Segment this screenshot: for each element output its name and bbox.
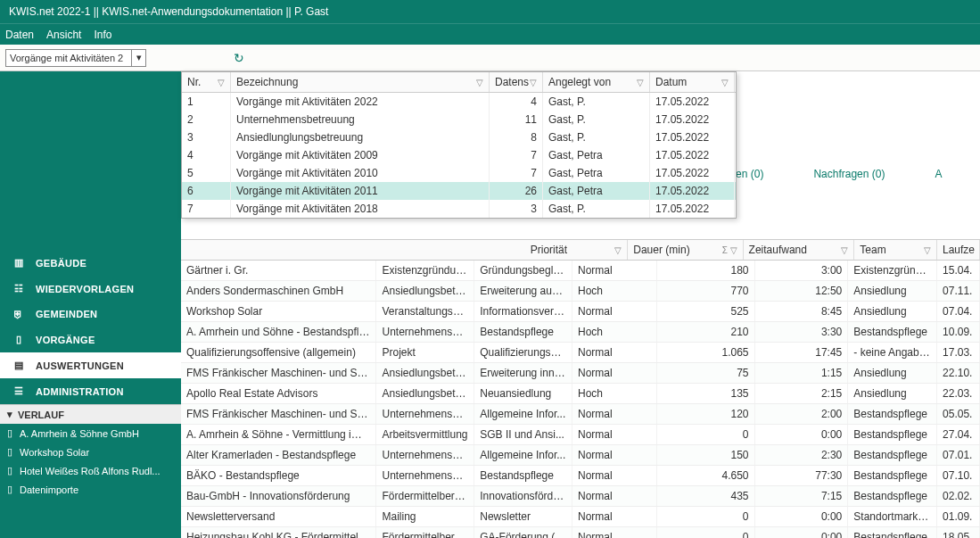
menu-info[interactable]: Info bbox=[94, 29, 111, 41]
table-row[interactable]: Workshop SolarVeranstaltungsor...Informa… bbox=[181, 302, 980, 322]
table-row[interactable]: Heizungsbau Kohl KG - Fördermittelber...… bbox=[181, 527, 980, 538]
nav-icon: ▤ bbox=[11, 360, 27, 371]
table-row[interactable]: A. Amrhein & Söhne - Vermittlung im R...… bbox=[181, 425, 980, 445]
report-dropdown[interactable]: Nr.▽ Bezeichnung▽ Datens▽ Angelegt von▽ … bbox=[181, 71, 737, 219]
toolbar: Vorgänge mit Aktivitäten 2 ▾ ↻ bbox=[0, 45, 980, 71]
refresh-icon[interactable]: ↻ bbox=[234, 51, 244, 65]
dropdown-header: Nr.▽ Bezeichnung▽ Datens▽ Angelegt von▽ … bbox=[182, 72, 736, 93]
history-item[interactable]: ▯Hotel Weißes Roß Alfons Rudl... bbox=[0, 461, 181, 480]
history-header[interactable]: ▾ VERLAUF bbox=[0, 404, 181, 424]
sidebar-item-gebäude[interactable]: ▥GEBÄUDE bbox=[0, 250, 181, 276]
filter-icon[interactable]: ▽ bbox=[530, 78, 537, 87]
filter-icon[interactable]: ▽ bbox=[218, 78, 225, 87]
grid-header: Priorität▽ Dauer (min)Σ ▽ Zeitaufwand▽ T… bbox=[181, 239, 980, 261]
table-row[interactable]: Alter Kramerladen - BestandspflegeUntern… bbox=[181, 445, 980, 466]
content-area: Vorgänge (26) Aktivitäten (0) Nachfragen… bbox=[181, 71, 980, 538]
sidebar-item-wiedervorlagen[interactable]: ☷WIEDERVORLAGEN bbox=[0, 276, 181, 302]
dropdown-row[interactable]: 2Unternehmensbetreuung11Gast, P.17.05.20… bbox=[182, 111, 736, 128]
report-selector[interactable]: Vorgänge mit Aktivitäten 2 ▾ bbox=[5, 49, 146, 67]
sidebar-item-vorgänge[interactable]: ▯VORGÄNGE bbox=[0, 327, 181, 352]
sidebar-item-label: WIEDERVORLAGEN bbox=[36, 284, 134, 294]
tab-nachfragen[interactable]: Nachfragen (0) bbox=[788, 162, 910, 186]
dropdown-row[interactable]: 3Ansiedlunglungsbetreuung8Gast, P.17.05.… bbox=[182, 128, 736, 146]
filter-icon[interactable]: ▽ bbox=[721, 78, 729, 87]
document-icon: ▯ bbox=[7, 484, 12, 495]
filter-icon[interactable]: Σ ▽ bbox=[722, 245, 737, 255]
table-row[interactable]: Apollo Real Estate AdvisorsAnsiedlungsbe… bbox=[181, 384, 980, 404]
dropdown-row[interactable]: 6Vorgänge mit Aktivitäten 201126Gast, Pe… bbox=[182, 182, 736, 200]
tab-more[interactable]: A bbox=[910, 162, 967, 186]
menu-bar: Daten Ansicht Info bbox=[0, 23, 980, 45]
history-item[interactable]: ▯A. Amrhein & Söhne GmbH bbox=[0, 424, 181, 443]
sidebar-item-gemeinden[interactable]: ⛨GEMEINDEN bbox=[0, 302, 181, 327]
table-row[interactable]: Gärtner i. Gr.Existenzgründun...Gründung… bbox=[181, 261, 980, 281]
nav-icon: ▥ bbox=[11, 257, 27, 269]
table-row[interactable]: Anders Sondermaschinen GmbHAnsiedlungsbe… bbox=[181, 281, 980, 302]
sidebar-item-label: GEBÄUDE bbox=[36, 258, 86, 269]
filter-icon[interactable]: ▽ bbox=[924, 245, 931, 255]
table-row[interactable]: FMS Fränkischer Maschinen- und Stahl...U… bbox=[181, 404, 980, 425]
table-row[interactable]: A. Amrhein und Söhne - BestandspflegeUnt… bbox=[181, 322, 980, 343]
chevron-down-icon: ▾ bbox=[7, 409, 12, 420]
report-selector-text: Vorgänge mit Aktivitäten 2 bbox=[6, 53, 131, 63]
nav-icon: ▯ bbox=[11, 334, 27, 345]
menu-daten[interactable]: Daten bbox=[5, 29, 34, 41]
table-row[interactable]: NewsletterversandMailingNewsletterNormal… bbox=[181, 507, 980, 527]
dropdown-row[interactable]: 4Vorgänge mit Aktivitäten 20097Gast, Pet… bbox=[182, 146, 736, 164]
window-title: KWIS.net 2022-1 || KWIS.net-Anwendungsdo… bbox=[0, 0, 980, 23]
filter-icon[interactable]: ▽ bbox=[614, 245, 622, 255]
filter-icon[interactable]: ▽ bbox=[476, 78, 483, 87]
dropdown-row[interactable]: 1Vorgänge mit Aktivitäten 20224Gast, P.1… bbox=[182, 93, 736, 111]
dropdown-row[interactable]: 5Vorgänge mit Aktivitäten 20107Gast, Pet… bbox=[182, 164, 736, 182]
sidebar: ▥GEBÄUDE☷WIEDERVORLAGEN⛨GEMEINDEN▯VORGÄN… bbox=[0, 71, 181, 538]
sidebar-item-label: AUSWERTUNGEN bbox=[36, 360, 124, 371]
table-row[interactable]: Bau-GmbH - InnovationsförderungFördermit… bbox=[181, 486, 980, 507]
document-icon: ▯ bbox=[7, 427, 12, 439]
nav-icon: ⛨ bbox=[11, 309, 27, 319]
filter-icon[interactable]: ▽ bbox=[841, 245, 848, 255]
grid-body[interactable]: Gärtner i. Gr.Existenzgründun...Gründung… bbox=[181, 261, 980, 538]
dropdown-row[interactable]: 7Vorgänge mit Aktivitäten 20183Gast, P.1… bbox=[182, 200, 736, 218]
sidebar-item-administration[interactable]: ☰ADMINISTRATION bbox=[0, 378, 181, 404]
document-icon: ▯ bbox=[7, 465, 12, 476]
sidebar-item-label: GEMEINDEN bbox=[36, 309, 97, 319]
chevron-down-icon[interactable]: ▾ bbox=[131, 50, 145, 66]
sidebar-item-label: ADMINISTRATION bbox=[36, 386, 124, 397]
filter-icon[interactable]: ▽ bbox=[637, 78, 644, 87]
table-row[interactable]: BÄKO - BestandspflegeUnternehmensbe...Be… bbox=[181, 466, 980, 486]
sidebar-item-auswertungen[interactable]: ▤AUSWERTUNGEN bbox=[0, 352, 181, 378]
history-item[interactable]: ▯Datenimporte bbox=[0, 480, 181, 499]
table-row[interactable]: Qualifizierungsoffensive (allgemein)Proj… bbox=[181, 343, 980, 363]
table-row[interactable]: FMS Fränkischer Maschinen- und Stahl...A… bbox=[181, 363, 980, 384]
menu-ansicht[interactable]: Ansicht bbox=[46, 29, 81, 41]
history-item[interactable]: ▯Workshop Solar bbox=[0, 443, 181, 461]
document-icon: ▯ bbox=[7, 446, 12, 458]
nav-icon: ☷ bbox=[11, 283, 27, 294]
nav-icon: ☰ bbox=[11, 385, 27, 397]
sidebar-item-label: VORGÄNGE bbox=[36, 335, 95, 345]
